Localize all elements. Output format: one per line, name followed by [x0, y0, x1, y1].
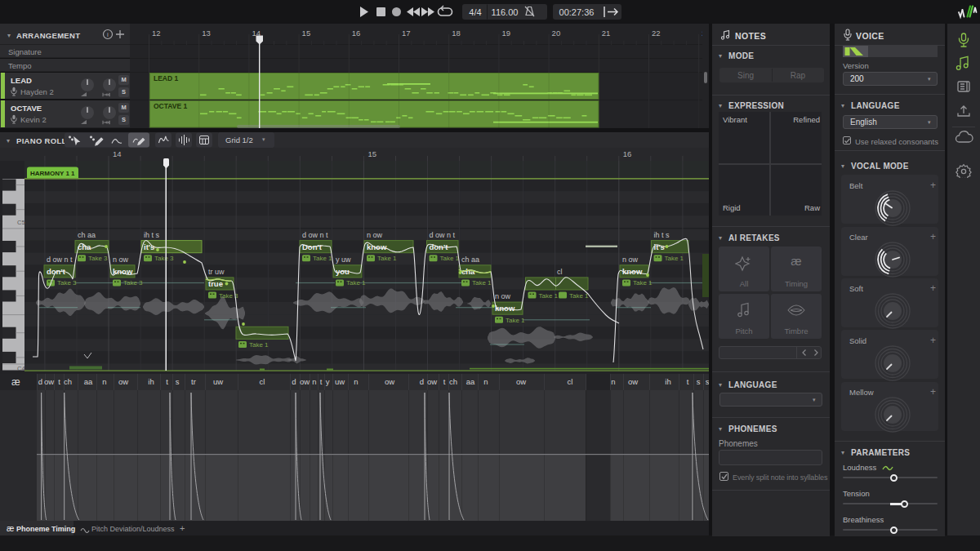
svg-text:cha: cha	[78, 242, 91, 251]
svg-text:tr: tr	[191, 377, 196, 386]
svg-text:ih: ih	[148, 377, 154, 386]
svg-text:Take 1: Take 1	[472, 279, 492, 287]
svg-text:C4: C4	[17, 365, 25, 372]
svg-text:Take 1: Take 1	[249, 341, 269, 349]
svg-text:know: know	[622, 267, 643, 276]
svg-text:d: d	[420, 377, 424, 386]
svg-text:n ow: n ow	[113, 256, 129, 264]
svg-text:Take 1: Take 1	[665, 255, 684, 262]
svg-text:cl: cl	[568, 377, 573, 386]
svg-text:LEAD 1: LEAD 1	[154, 74, 179, 82]
svg-text:Take 1: Take 1	[633, 279, 653, 287]
svg-text:n ow: n ow	[367, 231, 383, 239]
svg-text:n: n	[102, 377, 106, 386]
svg-text:16: 16	[623, 149, 632, 158]
svg-text:y uw: y uw	[336, 256, 351, 264]
svg-text:t: t	[58, 377, 60, 386]
svg-text:Take 1: Take 1	[346, 279, 366, 287]
svg-text:116.00: 116.00	[492, 7, 519, 17]
svg-text:n: n	[611, 377, 615, 386]
svg-text:ih t s: ih t s	[144, 231, 160, 239]
svg-text:ch aa: ch aa	[78, 231, 96, 239]
svg-text:Take 1: Take 1	[569, 292, 589, 300]
svg-text:18: 18	[452, 29, 461, 38]
svg-text:s: s	[697, 377, 701, 386]
svg-text:t: t	[320, 377, 323, 386]
svg-text:Take 1: Take 1	[377, 255, 397, 262]
svg-text:s: s	[706, 377, 709, 386]
svg-text:OCTAVE 1: OCTAVE 1	[154, 102, 188, 110]
svg-text:tr uw: tr uw	[208, 268, 225, 276]
svg-text:22: 22	[652, 29, 661, 38]
svg-text:15: 15	[368, 149, 376, 158]
svg-text:ch: ch	[449, 377, 457, 386]
svg-text:Take 3: Take 3	[88, 255, 108, 262]
svg-text:Take 3: Take 3	[154, 255, 174, 262]
svg-text:cl: cl	[557, 268, 563, 276]
svg-text:uw: uw	[213, 377, 223, 386]
svg-text:t: t	[443, 377, 446, 386]
svg-text:15: 15	[302, 29, 311, 38]
svg-text:Take 1: Take 1	[506, 317, 525, 324]
svg-text:t: t	[166, 377, 168, 386]
svg-text:ow: ow	[300, 377, 310, 386]
svg-text:20: 20	[552, 29, 561, 38]
svg-text:uw: uw	[335, 377, 345, 386]
svg-text:æ: æ	[11, 376, 20, 388]
svg-text:Take 1: Take 1	[313, 255, 332, 262]
svg-text:n: n	[354, 377, 358, 386]
svg-text:ch aa: ch aa	[461, 256, 479, 264]
svg-text:ow: ow	[628, 377, 638, 386]
svg-text:n: n	[483, 377, 488, 386]
svg-text:ow: ow	[516, 377, 526, 386]
svg-text:12: 12	[152, 29, 161, 38]
svg-text:ow: ow	[118, 377, 128, 386]
svg-text:HARMONY 1 1: HARMONY 1 1	[30, 170, 75, 177]
svg-text:19: 19	[501, 29, 510, 38]
svg-text:n ow: n ow	[495, 292, 511, 300]
svg-text:17: 17	[402, 29, 411, 38]
svg-text:ih: ih	[665, 377, 670, 386]
svg-text:ow: ow	[427, 377, 437, 386]
svg-text:s: s	[176, 377, 180, 386]
svg-text:n ow: n ow	[622, 256, 639, 264]
svg-text:d ow n t: d ow n t	[47, 256, 73, 264]
svg-text:21: 21	[602, 29, 611, 38]
svg-text:ch: ch	[64, 377, 72, 386]
svg-text:d ow n t: d ow n t	[302, 231, 328, 239]
svg-text:C5: C5	[17, 219, 25, 226]
svg-text:aa: aa	[84, 377, 93, 386]
svg-text:Take 1: Take 1	[440, 255, 460, 262]
svg-text:ow: ow	[385, 377, 394, 386]
svg-text:t: t	[687, 377, 689, 386]
svg-text:n: n	[312, 377, 316, 386]
svg-text:13: 13	[202, 29, 211, 38]
svg-text:4/4: 4/4	[469, 7, 481, 17]
svg-text:d ow n t: d ow n t	[430, 231, 456, 239]
svg-text:ih t s: ih t s	[654, 231, 670, 239]
svg-text:y: y	[326, 377, 330, 386]
svg-text:00:27:36: 00:27:36	[559, 7, 595, 17]
svg-text:Take 1: Take 1	[539, 292, 559, 300]
svg-text:d: d	[38, 377, 42, 386]
svg-text:Take 3: Take 3	[123, 279, 143, 287]
svg-text:cl: cl	[260, 377, 265, 386]
svg-text:d: d	[292, 377, 296, 386]
svg-text:ow: ow	[44, 377, 54, 386]
svg-text:16: 16	[352, 29, 361, 38]
svg-text:i: i	[107, 31, 109, 38]
svg-text:aa: aa	[466, 377, 475, 386]
svg-text:14: 14	[113, 149, 122, 158]
svg-text:Take 3: Take 3	[57, 279, 77, 287]
